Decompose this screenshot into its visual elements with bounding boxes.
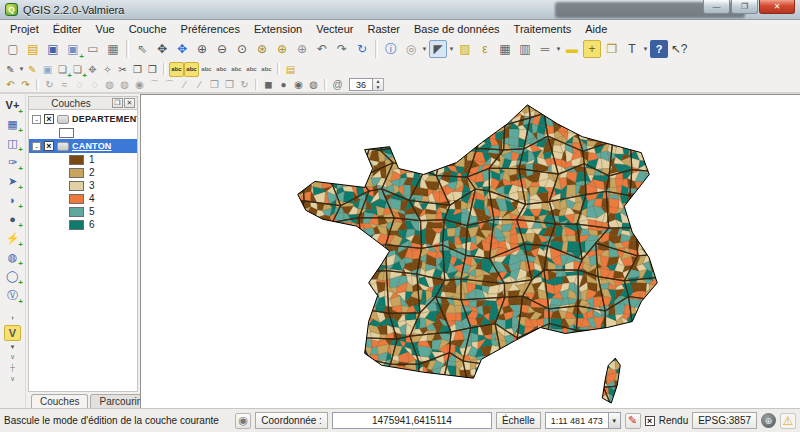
feature-actions-icon[interactable]: ◎ [402,40,420,58]
select-by-expression-icon[interactable]: ε [476,40,494,58]
field-calculator-icon[interactable]: ▥ [516,40,534,58]
redo-icon[interactable]: ↷ [18,77,33,92]
open-project-icon[interactable]: ▤ [24,40,42,58]
scale-dropdown-icon[interactable]: ▼ [609,412,621,429]
crs-status-button[interactable]: EPSG:3857 [692,412,757,429]
zoom-in-icon[interactable]: ⊕ [193,40,211,58]
fill-ring-icon[interactable]: ◉ [132,77,147,92]
move-feature-icon[interactable]: ✥ [85,62,100,77]
cut-features-icon[interactable]: ✂ [115,62,130,77]
add-raster-layer-icon[interactable]: ▦+ [4,116,21,132]
menu-projet[interactable]: Projet [3,22,46,36]
add-postgis-layer-icon[interactable]: ◫+ [4,135,21,151]
select-features-icon[interactable]: ◤ [429,40,447,58]
label-rotate-icon[interactable]: abc [229,62,244,77]
add-wfs-layer-icon[interactable]: Ⓥ+ [4,287,21,303]
refresh-map-icon[interactable]: ↻ [353,40,371,58]
delete-ring-icon[interactable]: ◌ [72,77,87,92]
legend-class-row[interactable]: 1 [29,153,137,166]
maximize-button[interactable]: ❐ [731,0,758,14]
minimize-button[interactable]: — [703,0,730,14]
rotation-value[interactable]: 36 [349,78,373,91]
dock-float-icon[interactable]: ❐ [112,98,123,108]
menu-vue[interactable]: Vue [89,22,122,36]
help-contents-icon[interactable]: ? [650,40,668,58]
split-features-icon[interactable]: ∕ [177,77,192,92]
add-delimited-text-layer-icon[interactable]: , [4,306,21,322]
deselect-all-icon[interactable]: ▨ [456,40,474,58]
label-properties-icon[interactable]: abc [244,62,259,77]
reshape-features-icon[interactable]: ⌒ [147,77,162,92]
add-spatialite-layer-icon[interactable]: ✑+ [4,154,21,170]
layer-name[interactable]: CANTON [72,141,112,151]
layer-row-canton[interactable]: -×CANTON [29,139,137,153]
composer-manager-icon[interactable]: ▦ [104,40,122,58]
zoom-to-layer-icon[interactable]: ⊕ [293,40,311,58]
menu-diter[interactable]: Éditer [46,22,89,36]
add-circular-string-icon[interactable]: ❏+ [70,62,85,77]
scale-value[interactable]: 1:11 481 473 [545,412,609,429]
add-wms-layer-icon[interactable]: ◍+ [4,249,21,265]
title-bar[interactable]: Q QGIS 2.2.0-Valmiera — ❐ ✕ [0,0,800,20]
metasearch-icon[interactable]: @ [330,77,345,92]
paste-features-icon[interactable]: ❒ [145,62,160,77]
open-attribute-table-icon[interactable]: ▦ [496,40,514,58]
add-feature-icon[interactable]: ❏+ [55,62,70,77]
new-project-icon[interactable]: ▢ [4,40,22,58]
expander-icon[interactable]: - [32,115,41,124]
zoom-to-selection-icon[interactable]: ⊕ [273,40,291,58]
crs-projector-icon[interactable]: ⊕ [761,413,776,428]
menu-aide[interactable]: Aide [578,22,614,36]
zoom-out-icon[interactable]: ⊖ [213,40,231,58]
add-mssql-layer-icon[interactable]: ➤+ [4,173,21,189]
add-part-icon[interactable]: ◍ [117,77,132,92]
labeling-icon[interactable]: abc [169,62,184,77]
layers-panel-header[interactable]: Couches ❐ ✕ [28,96,138,110]
coordinate-input[interactable]: 1475941,6415114 [332,412,492,429]
messages-warning-icon[interactable]: ⚠ [780,413,796,429]
new-shapefile-layer-dropdown-icon[interactable]: ▼ [9,344,16,350]
toggle-editing-icon[interactable]: ✎ [25,62,40,77]
offset-curve-icon[interactable]: ⌒ [162,77,177,92]
menu-vecteur[interactable]: Vecteur [309,22,360,36]
dock-tab-couches[interactable]: Couches [31,394,88,408]
text-annotation-dropdown-icon[interactable]: ▼ [642,46,649,52]
dock-close-icon[interactable]: ✕ [124,98,135,108]
zoom-full-icon[interactable]: ⊛ [253,40,271,58]
label-move-icon[interactable]: abc [214,62,229,77]
node-tool-icon[interactable]: ✧ [100,62,115,77]
label-pin-icon[interactable]: abc [184,62,199,77]
save-project-icon[interactable]: ▣ [44,40,62,58]
add-ring-icon[interactable]: ◍ [102,77,117,92]
menu-basededonnes[interactable]: Base de données [407,22,507,36]
close-button[interactable]: ✕ [759,0,795,14]
save-project-as-icon[interactable]: ▣+ [64,40,82,58]
copy-features-icon[interactable]: ❐ [130,62,145,77]
legend-class-row[interactable]: 3 [29,179,137,192]
pan-map-icon[interactable]: ✥ [153,40,171,58]
select-features-dropdown-icon[interactable]: ▼ [448,46,455,52]
stop-render-icon[interactable]: ✎ [625,413,641,429]
pan-to-selection-icon[interactable]: ✥ [173,40,191,58]
legend-class-row[interactable]: 2 [29,166,137,179]
merge-features-icon[interactable]: ❐ [207,77,222,92]
label-show-hide-icon[interactable]: abc [199,62,214,77]
raster-stretch-local-icon[interactable]: ● [276,77,291,92]
legend-class-row[interactable]: 4 [29,192,137,205]
crosshair-icon[interactable]: ┼ [10,364,15,372]
whats-this-icon[interactable]: ↖? [670,40,688,58]
delete-part-icon[interactable]: ◌ [87,77,102,92]
expander-icon[interactable]: - [32,142,41,151]
split-parts-icon[interactable]: ∕ [192,77,207,92]
spinbox-arrows-icon[interactable]: ▲▼ [373,78,384,91]
simplify-feature-icon[interactable]: ≈ [57,77,72,92]
menu-raster[interactable]: Raster [361,22,407,36]
raster-histogram-full-icon[interactable]: ◉ [291,77,306,92]
current-edits-dropdown-icon[interactable]: ▼ [18,66,25,72]
save-layer-edits-icon[interactable]: ▣ [40,62,55,77]
new-print-composer-icon[interactable]: ▭ [84,40,102,58]
zoom-next-icon[interactable]: ↷ [333,40,351,58]
rotate-point-symbols-icon[interactable]: ↻ [237,77,252,92]
measure-line-icon[interactable]: ═ [536,40,554,58]
render-checkbox[interactable]: × [645,416,655,426]
